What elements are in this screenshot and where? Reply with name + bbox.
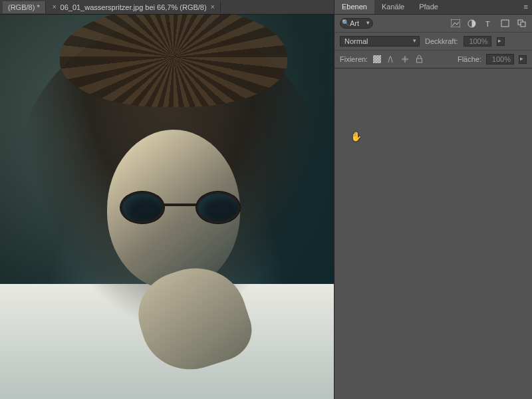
layer-filter-select[interactable]: Art — [340, 18, 373, 29]
fill-stepper[interactable] — [519, 55, 527, 64]
close-icon[interactable]: × — [211, 3, 215, 11]
svg-rect-5 — [521, 22, 525, 27]
opacity-stepper[interactable] — [497, 37, 505, 46]
blend-mode-select[interactable]: Normal — [340, 36, 420, 47]
svg-rect-6 — [373, 55, 381, 63]
filter-type-icon[interactable]: T — [483, 19, 493, 28]
panel-menu-icon[interactable]: ≡ — [520, 0, 532, 14]
filter-smart-icon[interactable] — [517, 19, 527, 28]
tab-label: (RGB/8) * — [8, 3, 40, 11]
lock-transparency-icon[interactable] — [372, 55, 382, 64]
filter-image-icon[interactable] — [450, 19, 460, 28]
document-tab-active[interactable]: (RGB/8) * — [3, 1, 46, 13]
document-tab[interactable]: × 06_01_wasserspritzer.jpg bei 66,7% (RG… — [47, 1, 221, 13]
photo-preview — [0, 15, 334, 399]
tab-kanaele[interactable]: Kanäle — [374, 0, 412, 14]
fill-value[interactable]: 100% — [486, 54, 514, 65]
svg-rect-10 — [416, 59, 422, 63]
svg-rect-3 — [501, 20, 509, 27]
lock-position-icon[interactable] — [400, 55, 410, 64]
svg-text:T: T — [485, 20, 490, 27]
opacity-value[interactable]: 100% — [464, 36, 491, 47]
lock-label: Fixieren: — [340, 55, 368, 63]
filter-shape-icon[interactable] — [500, 19, 510, 28]
blend-mode-value: Normal — [344, 37, 368, 45]
lock-pixels-icon[interactable] — [386, 55, 396, 64]
filter-label: Art — [350, 19, 359, 27]
close-icon[interactable]: × — [53, 3, 57, 11]
tab-ebenen[interactable]: Ebenen — [334, 0, 374, 14]
lock-all-icon[interactable] — [414, 55, 424, 64]
fill-label: Fläche: — [458, 55, 481, 63]
tab-label: 06_01_wasserspritzer.jpg bei 66,7% (RGB/… — [61, 3, 207, 11]
canvas[interactable] — [0, 15, 334, 399]
filter-adjust-icon[interactable] — [467, 19, 477, 28]
layers-panel: Ebenen Kanäle Pfade ≡ Art T Normal Deckk… — [334, 0, 532, 399]
tab-pfade[interactable]: Pfade — [412, 0, 446, 14]
opacity-label: Deckkraft: — [425, 37, 458, 45]
document-tab-bar: (RGB/8) * × 06_01_wasserspritzer.jpg bei… — [0, 0, 334, 15]
layers-list — [334, 68, 532, 399]
